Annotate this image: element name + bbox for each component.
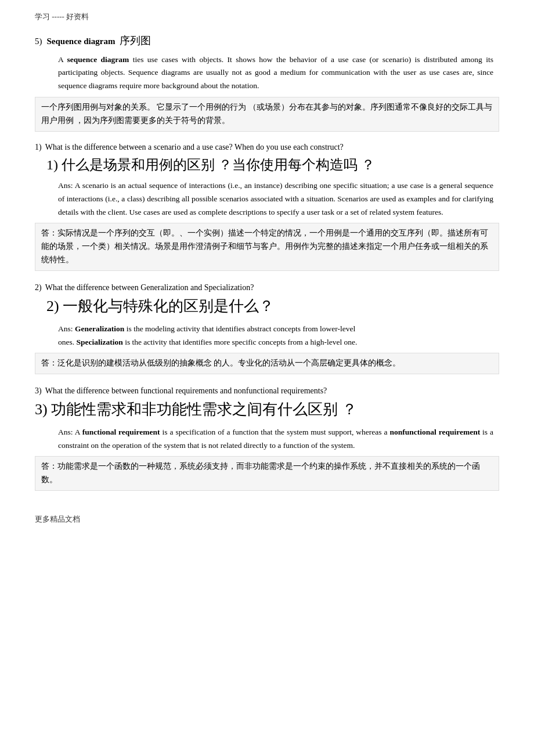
footer-text: 更多精品文档: [35, 515, 80, 523]
q1-text-en: What is the difference between a scenari…: [45, 141, 499, 153]
question-3-heading: 3) What the difference between functiona…: [35, 385, 499, 397]
question-3-block: 3) What the difference between functiona…: [35, 385, 499, 491]
page-container: 学习 ----- 好资料 5) Sequence diagram 序列图 A s…: [0, 0, 534, 756]
bold-nonfunctional: nonfunctional requirement: [389, 428, 480, 436]
q2-number: 2): [35, 283, 42, 292]
q1-text-cn: 1) 什么是场景和用例的区别 ？当你使用每个构造吗 ？: [46, 155, 499, 175]
q3-number: 3): [35, 386, 42, 396]
q2-answer-cn: 答：泛化是识别的建模活动从低级别的抽象概念 的人。专业化的活动从一个高层确定更具…: [35, 353, 499, 374]
section-title-en: Sequence diagram: [47, 37, 116, 46]
q2-text-cn: 2) 一般化与特殊化的区别是什么？: [46, 296, 499, 317]
header-bar: 学习 ----- 好资料: [35, 12, 499, 22]
q3-text-en: What the difference between functional r…: [45, 385, 499, 397]
bold-generalization: Generalization: [75, 324, 124, 333]
bold-functional: functional requirement: [82, 428, 160, 436]
section-heading: 5) Sequence diagram 序列图: [35, 34, 499, 48]
q1-number: 1): [35, 143, 42, 152]
section5-paragraph-en: A sequence diagram ties use cases with o…: [35, 53, 499, 92]
question-2-block: 2) What the difference between Generaliz…: [35, 281, 499, 374]
footer-bar: 更多精品文档: [35, 514, 499, 525]
bold-sequence-diagram: sequence diagram: [67, 55, 129, 64]
bold-specialization: Specialization: [77, 338, 123, 346]
q3-answer-cn: 答：功能需求是一个函数的一种规范，系统必须支持，而非功能需求是一个约束的操作系统…: [35, 456, 499, 491]
q1-answer-cn: 答：实际情况是一个序列的交互（即。、一个实例）描述一个特定的情况，一个用例是一个…: [35, 223, 499, 271]
question-1-heading: 1) What is the difference between a scen…: [35, 141, 499, 153]
q3-text-cn: 3) 功能性需求和非功能性需求之间有什么区别 ？: [35, 399, 499, 420]
q2-answer-en-1: Ans: Generalization is the modeling acti…: [35, 323, 499, 336]
q1-answer-en: Ans: A scenario is an actual sequence of…: [35, 179, 499, 219]
section-5: 5) Sequence diagram 序列图 A sequence diagr…: [35, 34, 499, 132]
q2-answer-en-2: ones. Specialization is the activity tha…: [35, 336, 499, 349]
question-1-block: 1) What is the difference between a scen…: [35, 141, 499, 271]
q3-answer-en: Ans: A functional requirement is a speci…: [35, 426, 499, 453]
q2-text-en: What the difference between Generalizati…: [45, 281, 499, 294]
question-2-heading: 2) What the difference between Generaliz…: [35, 281, 499, 294]
section-number: 5): [35, 37, 42, 46]
section-title-cn: 序列图: [120, 34, 151, 48]
header-text: 学习 ----- 好资料: [35, 12, 89, 21]
section5-paragraph-cn: 一个序列图用例与对象的关系。 它显示了一个用例的行为 （或场景）分布在其参与的对…: [35, 97, 499, 132]
